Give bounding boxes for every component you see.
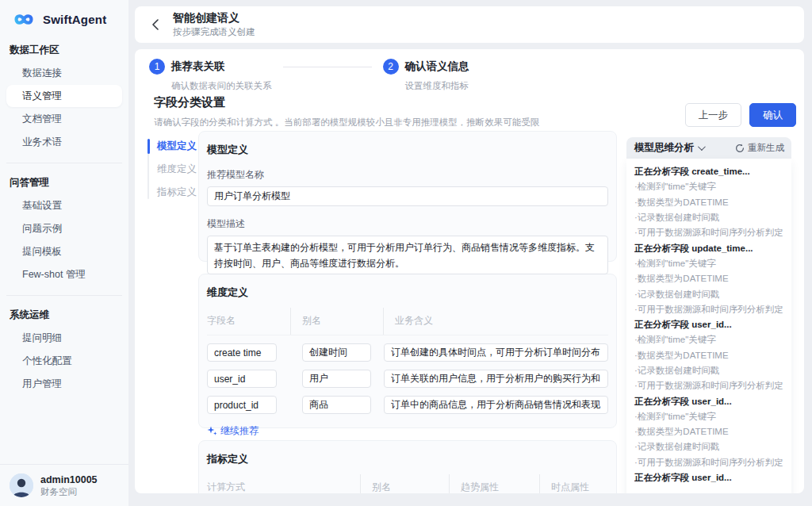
analysis-block-title: 正在分析字段 update_time... — [634, 240, 783, 255]
page-header: 智能创建语义 按步骤完成语义创建 — [135, 6, 804, 43]
sidebar-item-data-connection[interactable]: 数据连接 — [6, 62, 122, 84]
dimension-definition-card: 维度定义 字段名 别名 业务含义 — [198, 274, 617, 428]
form-cards: 模型定义 推荐模型名称 模型描述 基于订单主表构建的分析模型，可用于分析用户订单… — [198, 131, 617, 493]
analysis-log-line: ·检测到"time"关键字 — [634, 409, 783, 424]
dimension-table-header: 字段名 别名 业务含义 — [207, 308, 608, 335]
dimension-row — [207, 396, 608, 414]
dimension-alias-input[interactable] — [302, 396, 371, 414]
user-name: admin10005 — [40, 474, 98, 486]
dimension-field-input[interactable] — [207, 370, 277, 388]
step-2: 2 确认语义信息 设置维度和指标 — [383, 59, 469, 92]
dimension-meaning-input[interactable] — [384, 343, 608, 362]
analysis-log-line: ·数据类型为DATETIME — [634, 424, 783, 439]
app-root: SwiftAgent 数据工作区 数据连接 语义管理 文档管理 业务术语 问答管… — [0, 0, 812, 506]
analysis-log-line: ·检测到"time"关键字 — [634, 179, 783, 194]
step-1-subtitle: 确认数据表间的关联关系 — [171, 80, 272, 92]
column-alias: 别名 — [291, 308, 384, 335]
model-name-label: 推荐模型名称 — [207, 168, 608, 182]
dimension-meaning-input[interactable] — [384, 370, 608, 388]
panel-header: 模型思维分析 重新生成 — [626, 137, 791, 159]
continue-recommend-label: 继续推荐 — [220, 424, 259, 438]
dimension-alias-input[interactable] — [302, 370, 371, 388]
sidebar-item-basic-settings[interactable]: 基础设置 — [6, 194, 122, 217]
step-2-title: 确认语义信息 — [405, 59, 469, 74]
panel-title-toggle[interactable]: 模型思维分析 — [634, 141, 703, 155]
step-1-circle: 1 — [149, 59, 165, 75]
model-card-title: 模型定义 — [207, 143, 608, 157]
section-heading: 字段分类设置 请确认字段的分类和计算方式 。当前部署的模型规模较小且非专用推理模… — [154, 95, 539, 128]
analysis-log-line: ·记录数据创建时间戳 — [634, 363, 783, 378]
column-trend-attribute: 趋势属性 — [450, 474, 540, 493]
analysis-log-line: ·数据类型为DATETIME — [634, 271, 783, 286]
sidebar-item-fewshot-management[interactable]: Few-shot 管理 — [6, 263, 122, 286]
sidebar-item-question-templates[interactable]: 提问模板 — [6, 240, 122, 263]
column-alias: 别名 — [361, 474, 450, 493]
refresh-icon — [735, 144, 745, 153]
metric-table-header: 计算方式 别名 趋势属性 时点属性 — [207, 474, 608, 493]
analysis-log-line: ·检测到"time"关键字 — [634, 332, 783, 347]
continue-recommend-link[interactable]: 继续推荐 — [207, 424, 259, 438]
step-connector — [283, 67, 372, 67]
regenerate-label: 重新生成 — [748, 142, 784, 154]
nav-section-data-workspace: 数据工作区 — [10, 44, 119, 57]
sidebar-item-user-management[interactable]: 用户管理 — [6, 373, 122, 395]
definition-tabs: 模型定义 维度定义 指标定义 — [147, 135, 197, 204]
analysis-log-line: ·记录数据创建时间戳 — [634, 286, 783, 301]
dimension-alias-input[interactable] — [302, 343, 371, 362]
sidebar-item-semantic-management[interactable]: 语义管理 — [6, 85, 122, 107]
prev-step-button[interactable]: 上一步 — [685, 103, 742, 127]
sidebar: SwiftAgent 数据工作区 数据连接 语义管理 文档管理 业务术语 问答管… — [0, 0, 128, 506]
dimension-field-input[interactable] — [207, 396, 277, 414]
analysis-block-title: 正在分析字段 create_time... — [634, 164, 783, 179]
back-icon[interactable] — [149, 18, 162, 31]
step-1: 1 推荐表关联 确认数据表间的关联关系 — [149, 59, 272, 92]
analysis-log-line: ·可用于数据溯源和时间序列分析判定为时间维度 — [634, 455, 783, 470]
nav-section-qa-management: 问答管理 — [10, 176, 119, 190]
sidebar-item-personalization[interactable]: 个性化配置 — [6, 350, 122, 372]
column-calc-method: 计算方式 — [207, 474, 361, 493]
dimension-card-title: 维度定义 — [207, 286, 608, 300]
sidebar-item-question-details[interactable]: 提问明细 — [6, 327, 122, 349]
analysis-log-line: ·数据类型为DATETIME — [634, 195, 783, 210]
tab-model-definition[interactable]: 模型定义 — [147, 135, 197, 158]
analysis-log-line: ·数据类型为DATETIME — [634, 348, 783, 363]
section-title: 字段分类设置 — [154, 95, 539, 110]
sparkle-icon — [207, 426, 217, 436]
regenerate-button[interactable]: 重新生成 — [735, 142, 784, 154]
dimension-field-input[interactable] — [207, 343, 277, 362]
user-avatar — [10, 473, 33, 497]
sidebar-item-document-management[interactable]: 文档管理 — [6, 108, 122, 130]
action-buttons: 上一步 确认 — [685, 103, 797, 127]
step-indicator: 1 推荐表关联 确认数据表间的关联关系 2 确认语义信息 设置维度和指标 — [149, 59, 469, 92]
user-workspace: 财务空间 — [40, 486, 98, 497]
dimension-row — [207, 370, 608, 388]
analysis-block-title: 正在分析字段 user_id... — [634, 470, 783, 485]
step-2-circle: 2 — [383, 59, 399, 75]
analysis-log-line: ·检测到"time"关键字 — [634, 256, 783, 271]
sidebar-divider — [6, 295, 122, 296]
analysis-log-line: ·可用于数据溯源和时间序列分析判定为时间维度 — [634, 225, 783, 240]
user-profile[interactable]: admin10005 财务空间 — [0, 464, 128, 506]
confirm-button[interactable]: 确认 — [749, 103, 796, 127]
logo-text: SwiftAgent — [43, 13, 106, 26]
step-2-subtitle: 设置维度和指标 — [405, 80, 469, 92]
analysis-block-title: 正在分析字段 user_id... — [634, 317, 783, 332]
sidebar-item-question-examples[interactable]: 问题示例 — [6, 217, 122, 240]
sidebar-item-business-terms[interactable]: 业务术语 — [6, 131, 122, 153]
page-title: 智能创建语义 — [173, 11, 255, 25]
tab-dimension-definition[interactable]: 维度定义 — [147, 158, 197, 181]
dimension-meaning-input[interactable] — [384, 396, 608, 414]
analysis-log-line: ·记录数据创建时间戳 — [634, 439, 783, 454]
page-subtitle: 按步骤完成语义创建 — [173, 26, 255, 38]
model-desc-label: 模型描述 — [207, 217, 608, 231]
panel-log: 正在分析字段 create_time... ·检测到"time"关键字 ·数据类… — [626, 159, 791, 493]
model-name-input[interactable] — [207, 186, 608, 206]
analysis-log-line: ·可用于数据溯源和时间序列分析判定为时间维度 — [634, 378, 783, 393]
analysis-log-line: ·可用于数据溯源和时间序列分析判定为时间维度 — [634, 302, 783, 317]
nav-section-system-ops: 系统运维 — [10, 309, 119, 322]
metric-card-title: 指标定义 — [207, 452, 608, 466]
column-timepoint-attribute: 时点属性 — [540, 474, 608, 493]
chevron-down-icon — [698, 143, 706, 151]
model-desc-textarea[interactable]: 基于订单主表构建的分析模型，可用于分析用户订单行为、商品销售情况等多维度指标。支… — [207, 236, 608, 274]
tab-metric-definition[interactable]: 指标定义 — [147, 181, 197, 204]
